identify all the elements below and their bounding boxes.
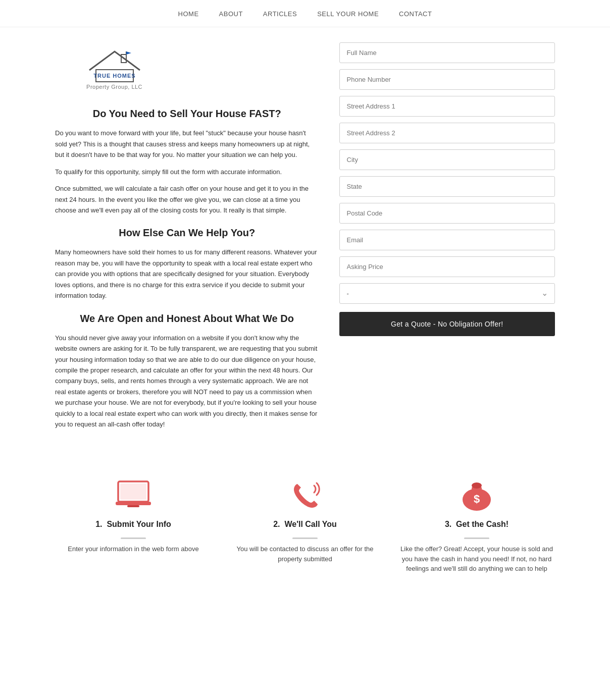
- svg-rect-8: [127, 505, 139, 507]
- laptop-icon: [113, 476, 154, 512]
- timeline-select[interactable]: - I need to sell ASAP Within 3 months No…: [339, 283, 555, 304]
- step2-number: 2.: [273, 520, 280, 528]
- step1-desc: Enter your information in the web form a…: [68, 544, 198, 554]
- svg-text:$: $: [474, 493, 480, 505]
- email-input[interactable]: [339, 230, 555, 250]
- step-3: $ 3. Get the Cash! Like the offer? Great…: [398, 476, 555, 574]
- step3-label: Get the Cash!: [456, 520, 509, 528]
- para-homeowners: Many homeowners have sold their homes to…: [55, 247, 319, 301]
- logo-tagline: Property Group, LLC: [86, 83, 142, 92]
- full-name-input[interactable]: [339, 42, 555, 63]
- step1-label: Submit Your Info: [107, 520, 171, 528]
- step1-title: 1. Submit Your Info: [95, 518, 171, 531]
- right-form-column: - I need to sell ASAP Within 3 months No…: [339, 37, 555, 436]
- timeline-select-wrapper: - I need to sell ASAP Within 3 months No…: [339, 283, 555, 304]
- nav-about[interactable]: ABOUT: [219, 9, 243, 20]
- nav-sell[interactable]: SELL YOUR HOME: [317, 9, 379, 20]
- step2-label: We'll Call You: [284, 520, 336, 528]
- step1-divider: [121, 537, 146, 539]
- state-input[interactable]: [339, 176, 555, 197]
- city-input[interactable]: [339, 149, 555, 170]
- para-qualify: To qualify for this opportunity, simply …: [55, 167, 319, 177]
- main-layout: TRUE HOMES Property Group, LLC Do You Ne…: [40, 27, 570, 446]
- para-submitted: Once submitted, we will calculate a fair…: [55, 183, 319, 216]
- svg-point-11: [472, 482, 482, 489]
- address2-input[interactable]: [339, 123, 555, 143]
- step-2: 2. We'll Call You You will be contacted …: [227, 476, 383, 574]
- nav-home[interactable]: HOME: [178, 9, 199, 20]
- step3-number: 3.: [445, 520, 451, 528]
- step-1: 1. Submit Your Info Enter your informati…: [55, 476, 212, 574]
- main-nav: HOME ABOUT ARTICLES SELL YOUR HOME CONTA…: [0, 0, 610, 27]
- svg-rect-7: [116, 502, 151, 505]
- step2-desc: You will be contacted to discuss an offe…: [227, 544, 383, 564]
- address1-input[interactable]: [339, 96, 555, 117]
- step3-desc: Like the offer? Great! Accept, your hous…: [398, 544, 555, 574]
- step3-divider: [464, 537, 489, 539]
- heading-honest: We Are Open and Honest About What We Do: [55, 310, 319, 327]
- logo-area: TRUE HOMES Property Group, LLC: [55, 37, 174, 97]
- svg-text:TRUE HOMES: TRUE HOMES: [93, 73, 135, 79]
- svg-rect-6: [120, 483, 146, 500]
- heading-help: How Else Can We Help You?: [55, 225, 319, 241]
- nav-articles[interactable]: ARTICLES: [263, 9, 297, 20]
- heading-sell-fast: Do You Need to Sell Your House FAST?: [55, 105, 319, 122]
- postal-input[interactable]: [339, 203, 555, 224]
- nav-contact[interactable]: CONTACT: [399, 9, 432, 20]
- step2-title: 2. We'll Call You: [273, 518, 337, 531]
- left-column: TRUE HOMES Property Group, LLC Do You Ne…: [55, 37, 319, 436]
- cta-quote-button[interactable]: Get a Quote - No Obligation Offer!: [339, 312, 555, 336]
- asking-price-input[interactable]: [339, 256, 555, 277]
- para-stuck: Do you want to move forward with your li…: [55, 128, 319, 160]
- logo-house-icon: TRUE HOMES: [82, 47, 147, 83]
- step1-number: 1.: [95, 520, 102, 528]
- steps-section: 1. Submit Your Info Enter your informati…: [40, 466, 570, 594]
- para-transparent: You should never give away your informat…: [55, 333, 319, 430]
- step2-divider: [292, 537, 318, 539]
- phone-icon: [285, 476, 325, 512]
- step3-title: 3. Get the Cash!: [445, 518, 509, 531]
- phone-input[interactable]: [339, 69, 555, 90]
- svg-marker-3: [126, 51, 131, 55]
- moneybag-icon: $: [456, 476, 497, 512]
